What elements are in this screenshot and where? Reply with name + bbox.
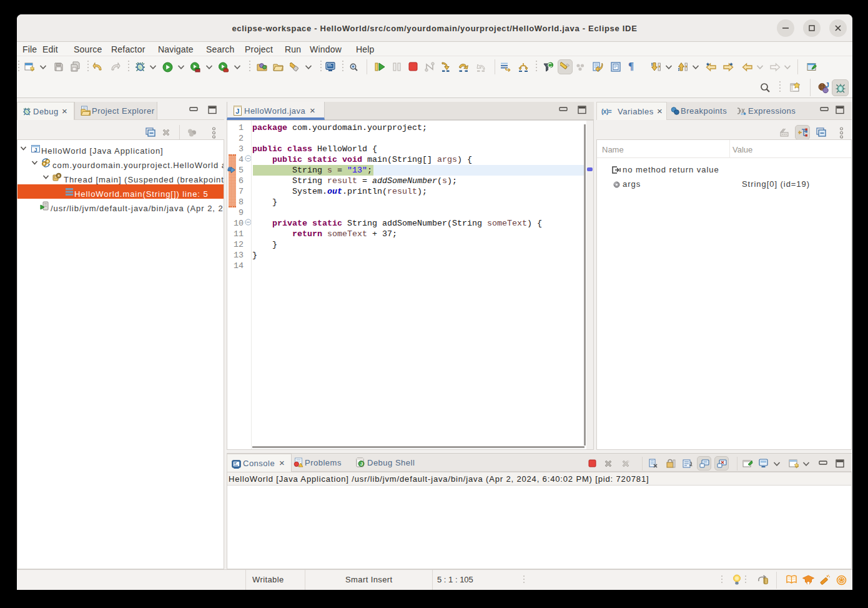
svg-text:J: J (826, 82, 829, 89)
svg-text:J: J (360, 461, 363, 467)
svg-text:J: J (34, 147, 37, 153)
svg-text:J: J (235, 107, 239, 115)
